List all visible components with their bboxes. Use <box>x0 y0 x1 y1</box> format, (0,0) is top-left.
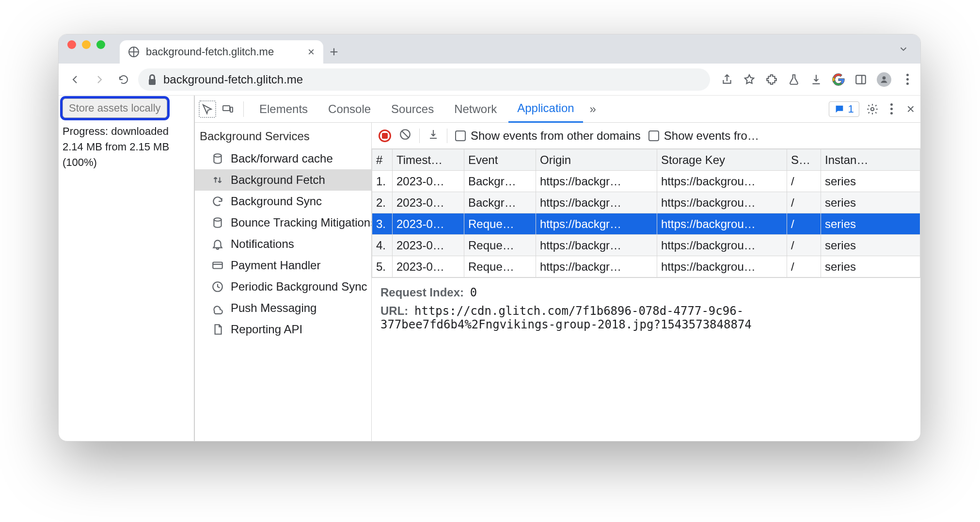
tab-sources[interactable]: Sources <box>382 96 443 123</box>
cell-inst: series <box>821 192 920 213</box>
sidebar-item-label: Payment Handler <box>231 259 320 272</box>
col-origin[interactable]: Origin <box>536 149 657 171</box>
cell-ts: 2023-0… <box>393 192 464 213</box>
fullscreen-window-button[interactable] <box>96 40 105 49</box>
chrome-menu-button[interactable] <box>901 73 914 86</box>
share-icon[interactable] <box>721 73 733 86</box>
request-index-label: Request Index: <box>380 286 464 299</box>
clear-icon[interactable] <box>399 128 411 144</box>
table-row[interactable]: 3.2023-0…Reque…https://backgr…https://ba… <box>372 213 920 235</box>
settings-gear-icon[interactable] <box>866 103 879 115</box>
sidebar-item-background-sync[interactable]: Background Sync <box>195 191 371 212</box>
sidebar-item-background-fetch[interactable]: Background Fetch <box>195 169 371 191</box>
more-tabs-button[interactable]: » <box>586 96 600 123</box>
devtools-menu-button[interactable] <box>885 103 898 115</box>
col-instance[interactable]: Instan… <box>821 149 920 171</box>
cell-ev: Backgr… <box>464 171 536 192</box>
svg-point-4 <box>870 107 874 111</box>
close-window-button[interactable] <box>67 40 76 49</box>
sidebar-item-notifications[interactable]: Notifications <box>195 233 371 255</box>
show-other-domains-checkbox[interactable]: Show events from other domains <box>455 129 641 143</box>
toolbar: background-fetch.glitch.me <box>59 64 920 96</box>
close-devtools-icon[interactable]: × <box>905 101 917 117</box>
svg-point-6 <box>214 218 221 221</box>
labs-icon[interactable] <box>788 73 800 86</box>
sidebar-item-payment-handler[interactable]: Payment Handler <box>195 255 371 276</box>
svg-point-1 <box>883 76 886 80</box>
table-row[interactable]: 5.2023-0…Reque…https://backgr…https://ba… <box>372 256 920 277</box>
url-value: https://cdn.glitch.com/7f1b6896-078d-477… <box>380 304 752 331</box>
downloads-icon[interactable] <box>810 73 822 86</box>
cell-sk: https://backgrou… <box>657 192 787 213</box>
cell-sw: / <box>787 235 821 256</box>
sidebar-section-header: Background Services <box>195 123 371 148</box>
tab-application[interactable]: Application <box>508 96 583 123</box>
request-index-value: 0 <box>470 286 477 299</box>
tab-network[interactable]: Network <box>445 96 506 123</box>
issues-badge[interactable]: 1 <box>829 101 859 117</box>
globe-icon <box>128 47 139 57</box>
inspect-icon[interactable] <box>199 100 216 118</box>
address-bar[interactable]: background-fetch.glitch.me <box>138 68 710 91</box>
cell-or: https://backgr… <box>536 256 657 277</box>
events-table: # Timest… Event Origin Storage Key S… In… <box>372 149 920 277</box>
cell-n: 5. <box>372 256 393 277</box>
save-events-icon[interactable] <box>427 129 439 143</box>
show-events-from-checkbox[interactable]: Show events fro… <box>648 129 759 143</box>
table-row[interactable]: 4.2023-0…Reque…https://backgr…https://ba… <box>372 235 920 256</box>
sidebar-item-push-messaging[interactable]: Push Messaging <box>195 297 371 319</box>
google-logo-icon[interactable] <box>832 73 845 86</box>
forward-button[interactable] <box>90 70 109 89</box>
profile-avatar[interactable] <box>877 72 891 87</box>
back-button[interactable] <box>65 70 85 89</box>
progress-text: Progress: downloaded 2.14 MB from 2.15 M… <box>63 124 190 170</box>
cell-n: 2. <box>372 192 393 213</box>
sidebar-item-label: Bounce Tracking Mitigations <box>231 216 371 229</box>
cell-ev: Reque… <box>464 256 536 277</box>
sidebar-item-back-forward-cache[interactable]: Back/forward cache <box>195 148 371 169</box>
sidebar-item-bounce-tracking[interactable]: Bounce Tracking Mitigations <box>195 212 371 233</box>
side-panel-icon[interactable] <box>854 73 867 86</box>
checkbox-label: Show events fro… <box>664 129 759 143</box>
tab-list-button[interactable] <box>898 34 909 64</box>
cell-or: https://backgr… <box>536 213 657 235</box>
sidebar-item-periodic-sync[interactable]: Periodic Background Sync <box>195 276 371 297</box>
store-assets-button[interactable]: Store assets locally <box>63 98 167 118</box>
page-viewport: Store assets locally Progress: downloade… <box>59 96 194 441</box>
table-row[interactable]: 1.2023-0…Backgr…https://backgr…https://b… <box>372 171 920 192</box>
devtools-body: Background Services Back/forward cache B… <box>195 123 920 441</box>
extensions-icon[interactable] <box>765 73 778 86</box>
sidebar-item-reporting-api[interactable]: Reporting API <box>195 319 371 340</box>
record-button[interactable] <box>379 130 391 142</box>
col-sw[interactable]: S… <box>787 149 821 171</box>
svg-rect-7 <box>213 262 222 269</box>
close-tab-icon[interactable]: × <box>308 46 315 58</box>
cell-sk: https://backgrou… <box>657 171 787 192</box>
url-text: background-fetch.glitch.me <box>163 73 303 86</box>
cell-ts: 2023-0… <box>393 171 464 192</box>
cell-or: https://backgr… <box>536 235 657 256</box>
issues-count: 1 <box>848 103 854 115</box>
col-timestamp[interactable]: Timest… <box>393 149 464 171</box>
separator <box>447 129 447 143</box>
svg-rect-0 <box>856 75 866 83</box>
separator <box>419 129 420 143</box>
tab-elements[interactable]: Elements <box>251 96 316 123</box>
cell-ts: 2023-0… <box>393 213 464 235</box>
bookmark-star-icon[interactable] <box>743 73 756 86</box>
cell-ev: Reque… <box>464 235 536 256</box>
table-row[interactable]: 2.2023-0…Backgr…https://backgr…https://b… <box>372 192 920 213</box>
col-num[interactable]: # <box>372 149 393 171</box>
reload-button[interactable] <box>114 70 133 89</box>
col-event[interactable]: Event <box>464 149 536 171</box>
col-storage-key[interactable]: Storage Key <box>657 149 787 171</box>
device-toolbar-icon[interactable] <box>219 100 237 118</box>
tab-console[interactable]: Console <box>319 96 379 123</box>
new-tab-button[interactable]: + <box>323 40 345 64</box>
devtools-panel: Elements Console Sources Network Applica… <box>194 96 920 441</box>
browser-tab[interactable]: background-fetch.glitch.me × <box>120 40 323 64</box>
content-area: Store assets locally Progress: downloade… <box>59 96 920 441</box>
minimize-window-button[interactable] <box>82 40 91 49</box>
cell-inst: series <box>821 235 920 256</box>
sidebar-item-label: Background Fetch <box>231 173 325 187</box>
